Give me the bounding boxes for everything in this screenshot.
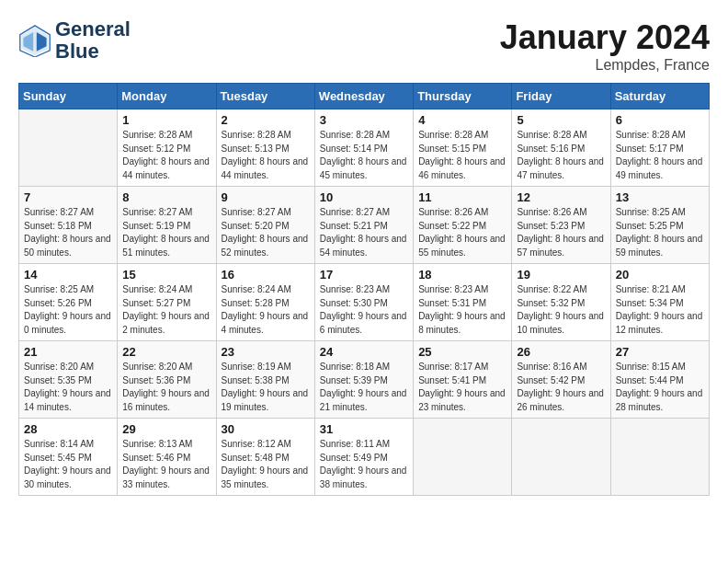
day-info: Sunrise: 8:27 AMSunset: 5:21 PMDaylight:… [320,206,409,259]
day-number: 25 [418,345,507,359]
calendar-cell: 10Sunrise: 8:27 AMSunset: 5:21 PMDayligh… [314,187,413,264]
day-info: Sunrise: 8:24 AMSunset: 5:28 PMDaylight:… [222,283,311,337]
day-info: Sunrise: 8:20 AMSunset: 5:35 PMDaylight:… [24,361,113,414]
weekday-header: Friday [512,84,610,109]
calendar-cell: 12Sunrise: 8:26 AMSunset: 5:23 PMDayligh… [512,187,610,264]
calendar-cell: 11Sunrise: 8:26 AMSunset: 5:22 PMDayligh… [414,187,512,264]
calendar-cell [19,109,118,187]
day-info: Sunrise: 8:20 AMSunset: 5:36 PMDaylight:… [122,361,211,414]
calendar-cell: 14Sunrise: 8:25 AMSunset: 5:26 PMDayligh… [19,264,118,341]
day-info: Sunrise: 8:27 AMSunset: 5:20 PMDaylight:… [222,206,311,259]
day-info: Sunrise: 8:18 AMSunset: 5:39 PMDaylight:… [320,361,409,414]
day-info: Sunrise: 8:16 AMSunset: 5:42 PMDaylight:… [517,361,606,414]
month-title: January 2024 [500,18,710,57]
day-number: 21 [24,345,113,359]
day-number: 31 [320,422,409,436]
day-info: Sunrise: 8:27 AMSunset: 5:18 PMDaylight:… [24,206,113,259]
calendar-cell: 3Sunrise: 8:28 AMSunset: 5:14 PMDaylight… [314,109,413,187]
day-number: 28 [24,422,113,436]
day-number: 4 [418,113,507,127]
day-info: Sunrise: 8:19 AMSunset: 5:38 PMDaylight:… [222,361,311,414]
calendar-cell [414,419,512,496]
day-info: Sunrise: 8:28 AMSunset: 5:13 PMDaylight:… [222,129,311,182]
calendar-cell: 25Sunrise: 8:17 AMSunset: 5:41 PMDayligh… [414,341,512,419]
calendar-table: SundayMondayTuesdayWednesdayThursdayFrid… [18,83,710,496]
logo-icon [18,24,51,57]
calendar-cell: 5Sunrise: 8:28 AMSunset: 5:16 PMDaylight… [512,109,610,187]
calendar-cell: 31Sunrise: 8:11 AMSunset: 5:49 PMDayligh… [314,419,413,496]
day-number: 6 [616,113,705,127]
calendar-cell: 27Sunrise: 8:15 AMSunset: 5:44 PMDayligh… [610,341,709,419]
day-info: Sunrise: 8:12 AMSunset: 5:48 PMDaylight:… [222,438,311,491]
day-number: 26 [517,345,606,359]
day-info: Sunrise: 8:28 AMSunset: 5:14 PMDaylight:… [320,129,409,182]
calendar-cell: 19Sunrise: 8:22 AMSunset: 5:32 PMDayligh… [512,264,610,341]
page-header: General Blue January 2024 Lempdes, Franc… [18,18,710,74]
calendar-cell: 9Sunrise: 8:27 AMSunset: 5:20 PMDaylight… [216,187,314,264]
logo-line2: Blue [55,40,131,63]
weekday-header: Monday [118,84,216,109]
day-number: 9 [222,190,311,204]
day-info: Sunrise: 8:27 AMSunset: 5:19 PMDaylight:… [122,206,211,259]
day-number: 5 [517,113,606,127]
day-number: 16 [222,268,311,282]
calendar-cell: 26Sunrise: 8:16 AMSunset: 5:42 PMDayligh… [512,341,610,419]
calendar-cell: 16Sunrise: 8:24 AMSunset: 5:28 PMDayligh… [216,264,314,341]
day-number: 27 [616,345,705,359]
day-info: Sunrise: 8:28 AMSunset: 5:15 PMDaylight:… [418,129,507,182]
day-info: Sunrise: 8:14 AMSunset: 5:45 PMDaylight:… [24,438,113,491]
calendar-cell: 21Sunrise: 8:20 AMSunset: 5:35 PMDayligh… [19,341,118,419]
day-info: Sunrise: 8:22 AMSunset: 5:32 PMDaylight:… [517,283,606,337]
day-number: 1 [122,113,211,127]
day-number: 19 [517,268,606,282]
calendar-cell [512,419,610,496]
day-info: Sunrise: 8:15 AMSunset: 5:44 PMDaylight:… [616,361,705,414]
day-number: 8 [122,190,211,204]
day-number: 22 [122,345,211,359]
day-number: 14 [24,268,113,282]
day-info: Sunrise: 8:26 AMSunset: 5:23 PMDaylight:… [517,206,606,259]
calendar-cell: 2Sunrise: 8:28 AMSunset: 5:13 PMDaylight… [216,109,314,187]
calendar-week-row: 28Sunrise: 8:14 AMSunset: 5:45 PMDayligh… [19,419,710,496]
calendar-cell: 15Sunrise: 8:24 AMSunset: 5:27 PMDayligh… [118,264,216,341]
calendar-cell: 18Sunrise: 8:23 AMSunset: 5:31 PMDayligh… [414,264,512,341]
weekday-header: Sunday [19,84,118,109]
calendar-cell: 4Sunrise: 8:28 AMSunset: 5:15 PMDaylight… [414,109,512,187]
day-info: Sunrise: 8:17 AMSunset: 5:41 PMDaylight:… [418,361,507,414]
calendar-cell: 7Sunrise: 8:27 AMSunset: 5:18 PMDaylight… [19,187,118,264]
day-info: Sunrise: 8:21 AMSunset: 5:34 PMDaylight:… [616,283,705,337]
calendar-week-row: 7Sunrise: 8:27 AMSunset: 5:18 PMDaylight… [19,187,710,264]
calendar-week-row: 21Sunrise: 8:20 AMSunset: 5:35 PMDayligh… [19,341,710,419]
calendar-cell: 1Sunrise: 8:28 AMSunset: 5:12 PMDaylight… [118,109,216,187]
day-number: 30 [222,422,311,436]
day-number: 3 [320,113,409,127]
day-number: 29 [122,422,211,436]
weekday-header: Saturday [610,84,709,109]
calendar-cell: 20Sunrise: 8:21 AMSunset: 5:34 PMDayligh… [610,264,709,341]
day-number: 23 [222,345,311,359]
day-info: Sunrise: 8:23 AMSunset: 5:30 PMDaylight:… [320,283,409,337]
calendar-cell: 13Sunrise: 8:25 AMSunset: 5:25 PMDayligh… [610,187,709,264]
day-info: Sunrise: 8:28 AMSunset: 5:17 PMDaylight:… [616,129,705,182]
logo: General Blue [18,18,131,63]
day-number: 13 [616,190,705,204]
day-info: Sunrise: 8:25 AMSunset: 5:26 PMDaylight:… [24,283,113,337]
calendar-cell: 8Sunrise: 8:27 AMSunset: 5:19 PMDaylight… [118,187,216,264]
day-number: 24 [320,345,409,359]
weekday-header-row: SundayMondayTuesdayWednesdayThursdayFrid… [19,84,710,109]
calendar-cell: 28Sunrise: 8:14 AMSunset: 5:45 PMDayligh… [19,419,118,496]
calendar-cell [610,419,709,496]
calendar-cell: 29Sunrise: 8:13 AMSunset: 5:46 PMDayligh… [118,419,216,496]
day-info: Sunrise: 8:11 AMSunset: 5:49 PMDaylight:… [320,438,409,491]
calendar-cell: 17Sunrise: 8:23 AMSunset: 5:30 PMDayligh… [314,264,413,341]
calendar-cell: 24Sunrise: 8:18 AMSunset: 5:39 PMDayligh… [314,341,413,419]
day-info: Sunrise: 8:28 AMSunset: 5:12 PMDaylight:… [122,129,211,182]
day-number: 10 [320,190,409,204]
day-info: Sunrise: 8:25 AMSunset: 5:25 PMDaylight:… [616,206,705,259]
title-block: January 2024 Lempdes, France [500,18,710,74]
day-number: 17 [320,268,409,282]
calendar-week-row: 1Sunrise: 8:28 AMSunset: 5:12 PMDaylight… [19,109,710,187]
day-number: 12 [517,190,606,204]
day-info: Sunrise: 8:28 AMSunset: 5:16 PMDaylight:… [517,129,606,182]
weekday-header: Thursday [414,84,512,109]
